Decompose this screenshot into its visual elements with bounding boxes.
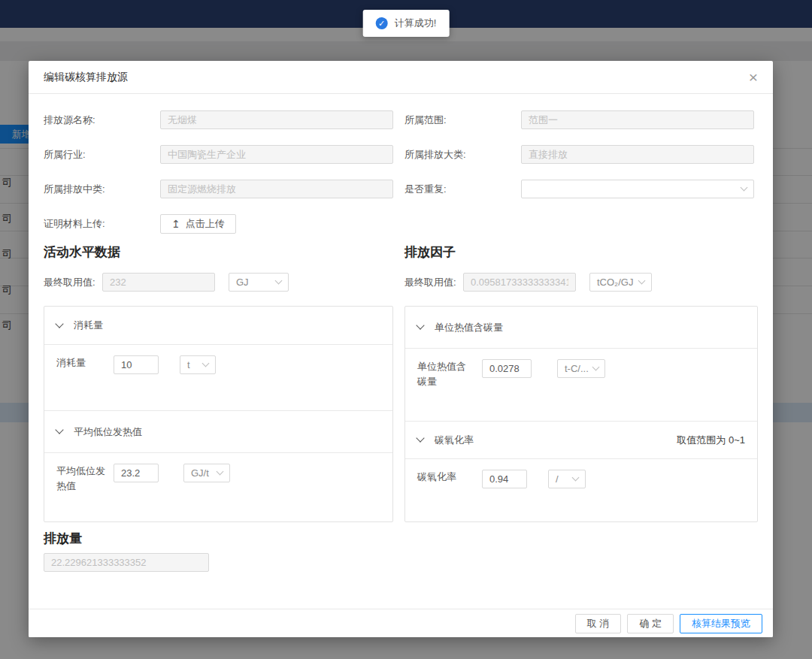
upload-button[interactable]: ↥ 点击上传 xyxy=(160,214,236,234)
factor-final-label: 最终取用值: xyxy=(404,276,463,289)
activity-final-row: 最终取用值: GJ xyxy=(44,273,393,292)
carbon-content-input[interactable] xyxy=(482,359,532,378)
middle-category-label: 所属排放中类: xyxy=(44,183,160,196)
carbon-content-unit-select[interactable]: t-C/... xyxy=(557,359,605,378)
heating-value-panel-title: 平均低位发热值 xyxy=(74,425,142,439)
scope-label: 所属范围: xyxy=(404,113,521,127)
oxidation-rate-range-hint: 取值范围为 0~1 xyxy=(677,434,745,447)
factor-final-unit-value: tCO₂/GJ xyxy=(597,277,633,288)
emission-factor-section-title: 排放因子 xyxy=(404,243,758,261)
chevron-down-icon xyxy=(55,425,63,434)
carbon-content-unit-value: t-C/... xyxy=(565,363,589,374)
consumption-panel-header[interactable]: 消耗量 xyxy=(44,307,392,344)
field-middle-category: 所属排放中类: xyxy=(44,180,393,198)
oxidation-rate-input[interactable] xyxy=(482,470,527,488)
emission-factor-section: 排放因子 最终取用值: tCO₂/GJ 单位热值含碳量 xyxy=(404,243,758,522)
screen: 新增 司 司 司 司 司 ✓ 计算成功! 编辑碳核算排放源 × 排放源名称: xyxy=(0,0,812,659)
heating-value-panel-header[interactable]: 平均低位发热值 xyxy=(44,410,392,452)
chevron-down-icon xyxy=(416,434,424,442)
oxidation-rate-panel-header[interactable]: 碳氧化率 取值范围为 0~1 xyxy=(405,421,757,458)
activity-section-title: 活动水平数据 xyxy=(44,243,393,261)
chevron-down-icon xyxy=(202,360,210,367)
chevron-down-icon xyxy=(217,468,224,476)
consumption-field-label: 消耗量 xyxy=(56,355,106,370)
upload-button-label: 点击上传 xyxy=(186,217,225,231)
scope-input xyxy=(521,110,754,129)
factor-final-input xyxy=(463,273,576,292)
chevron-down-icon xyxy=(55,319,63,328)
oxidation-rate-unit-value: / xyxy=(556,473,559,485)
source-name-input xyxy=(160,110,393,129)
dialog-header: 编辑碳核算排放源 × xyxy=(29,61,773,94)
source-name-label: 排放源名称: xyxy=(44,113,160,127)
factor-final-unit-select[interactable]: tCO₂/GJ xyxy=(589,273,652,292)
field-upload: 证明材料上传: ↥ 点击上传 xyxy=(44,214,393,233)
is-duplicate-select[interactable] xyxy=(521,180,754,198)
dialog-title: 编辑碳核算排放源 xyxy=(44,71,128,84)
oxidation-rate-panel-body: 碳氧化率 / xyxy=(405,458,757,521)
field-industry: 所属行业: xyxy=(44,145,393,164)
consumption-unit-select[interactable]: t xyxy=(180,355,216,374)
heating-value-unit-select[interactable]: GJ/t xyxy=(183,464,230,482)
consumption-unit-value: t xyxy=(187,359,190,370)
emission-amount-input xyxy=(44,553,209,572)
dialog-body: 排放源名称: 所属范围: 所属行业: 所属排放大类: 所属排放中类: xyxy=(29,94,773,572)
field-major-category: 所属排放大类: xyxy=(404,145,758,164)
chevron-down-icon xyxy=(275,277,283,285)
form-grid: 排放源名称: 所属范围: 所属行业: 所属排放大类: 所属排放中类: xyxy=(44,110,758,233)
chevron-down-icon xyxy=(741,184,748,192)
activity-section: 活动水平数据 最终取用值: GJ 消耗量 xyxy=(44,243,393,522)
chevron-down-icon xyxy=(638,277,646,285)
field-is-duplicate: 是否重复: xyxy=(404,180,758,198)
consumption-input[interactable] xyxy=(114,355,159,374)
toast-message: 计算成功! xyxy=(395,17,437,30)
oxidation-rate-field-label: 碳氧化率 xyxy=(417,470,473,485)
carbon-content-field-label: 单位热值含碳量 xyxy=(417,359,473,389)
field-scope: 所属范围: xyxy=(404,110,758,129)
activity-collapse: 消耗量 消耗量 t 平均低位发热值 xyxy=(44,306,393,522)
carbon-content-panel-title: 单位热值含碳量 xyxy=(435,321,503,334)
chevron-down-icon xyxy=(572,474,580,482)
industry-input xyxy=(160,145,393,164)
industry-label: 所属行业: xyxy=(44,148,160,162)
major-category-label: 所属排放大类: xyxy=(404,148,521,162)
oxidation-rate-unit-select[interactable]: / xyxy=(548,470,586,488)
heating-value-field-label: 平均低位发热值 xyxy=(56,464,106,494)
consumption-panel-body: 消耗量 t xyxy=(44,344,392,410)
field-source-name: 排放源名称: xyxy=(44,110,393,129)
factor-final-row: 最终取用值: tCO₂/GJ xyxy=(404,273,758,292)
carbon-content-panel-body: 单位热值含碳量 t-C/... xyxy=(405,348,757,421)
heating-value-input[interactable] xyxy=(114,464,159,482)
dialog-footer: 取 消 确 定 核算结果预览 xyxy=(29,609,773,637)
upload-icon: ↥ xyxy=(171,219,180,229)
result-preview-button[interactable]: 核算结果预览 xyxy=(680,614,762,633)
oxidation-rate-panel-title: 碳氧化率 xyxy=(435,434,474,447)
edit-emission-source-dialog: 编辑碳核算排放源 × 排放源名称: 所属范围: 所属行业: 所属 xyxy=(29,61,773,637)
is-duplicate-label: 是否重复: xyxy=(404,183,521,196)
upload-label: 证明材料上传: xyxy=(44,217,160,231)
data-sections: 活动水平数据 最终取用值: GJ 消耗量 xyxy=(44,243,758,522)
success-check-icon: ✓ xyxy=(376,17,388,29)
activity-final-label: 最终取用值: xyxy=(44,276,102,289)
cancel-button[interactable]: 取 消 xyxy=(575,614,622,633)
heating-value-panel-body: 平均低位发热值 GJ/t xyxy=(44,452,392,521)
factor-collapse: 单位热值含碳量 单位热值含碳量 t-C/... 碳氧化 xyxy=(404,306,758,522)
carbon-content-panel-header[interactable]: 单位热值含碳量 xyxy=(405,307,757,348)
chevron-down-icon xyxy=(416,321,424,329)
major-category-input xyxy=(521,145,754,164)
emission-amount-section: 排放量 xyxy=(44,530,758,572)
toast-notification: ✓ 计算成功! xyxy=(363,10,450,37)
middle-category-input xyxy=(160,180,393,198)
emission-amount-title: 排放量 xyxy=(44,530,758,547)
activity-final-input xyxy=(102,273,215,292)
close-icon[interactable]: × xyxy=(749,69,758,85)
heating-value-unit-value: GJ/t xyxy=(191,467,209,479)
consumption-panel-title: 消耗量 xyxy=(74,319,103,332)
chevron-down-icon xyxy=(592,364,599,371)
activity-final-unit-select[interactable]: GJ xyxy=(229,273,289,292)
ok-button[interactable]: 确 定 xyxy=(627,614,674,633)
activity-final-unit-value: GJ xyxy=(236,277,249,288)
